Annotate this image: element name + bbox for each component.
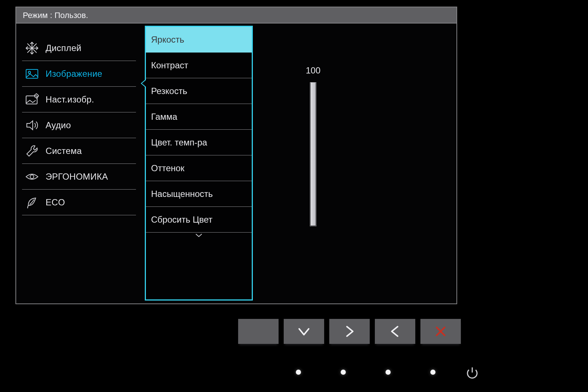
power-icon[interactable]	[465, 365, 480, 380]
chevron-down-icon	[146, 233, 252, 236]
sidebar-item-label: ECO	[46, 197, 65, 208]
blank-button[interactable]	[238, 319, 279, 344]
submenu-panel: Яркость Контраст Резкость Гамма Цвет. те…	[145, 26, 253, 301]
speaker-icon	[24, 118, 40, 133]
sidebar-item-system[interactable]: Система	[22, 138, 136, 164]
submenu-item-sharpness[interactable]: Резкость	[146, 78, 252, 104]
submenu-item-saturation[interactable]: Насыщенность	[146, 181, 252, 207]
close-button[interactable]	[420, 319, 461, 344]
submenu-item-reset[interactable]: Сбросить Цвет	[146, 207, 252, 233]
value-number: 100	[298, 65, 328, 76]
led-indicator	[430, 370, 435, 375]
eye-icon	[24, 169, 40, 184]
svg-rect-4	[26, 69, 38, 78]
submenu-item-gamma[interactable]: Гамма	[146, 104, 252, 130]
svg-point-13	[30, 175, 34, 179]
led-indicator	[386, 370, 391, 375]
value-area: 100	[298, 65, 328, 226]
hw-button-row	[238, 319, 461, 344]
picture-gear-icon	[24, 92, 40, 107]
led-indicator	[296, 370, 301, 375]
submenu-item-colortemp[interactable]: Цвет. темп-ра	[146, 130, 252, 155]
osd-window: Режим : Пользов. Дисплей	[15, 7, 457, 304]
snowflake-icon	[24, 40, 40, 56]
osd-title: Режим : Пользов.	[16, 7, 456, 24]
brightness-slider[interactable]	[310, 82, 316, 226]
submenu-pointer	[141, 79, 146, 88]
svg-marker-12	[27, 121, 33, 130]
sidebar-item-display[interactable]: Дисплей	[22, 35, 136, 61]
osd-body: Дисплей Изображение	[16, 24, 456, 303]
submenu-item-brightness[interactable]: Яркость	[146, 27, 252, 53]
slider-fill	[311, 82, 316, 226]
sidebar-item-label: Система	[46, 146, 82, 156]
right-button[interactable]	[329, 319, 370, 344]
submenu-item-contrast[interactable]: Контраст	[146, 53, 252, 78]
sidebar-item-ergonomics[interactable]: ЭРГОНОМИКА	[22, 164, 136, 190]
sidebar: Дисплей Изображение	[22, 35, 136, 215]
led-indicator	[341, 370, 346, 375]
sidebar-item-label: Дисплей	[46, 43, 82, 53]
sidebar-item-eco[interactable]: ECO	[22, 190, 136, 215]
left-button[interactable]	[375, 319, 415, 344]
sidebar-item-picture[interactable]: Изображение	[22, 61, 136, 87]
submenu-item-hue[interactable]: Оттенок	[146, 155, 252, 181]
wrench-icon	[24, 143, 40, 159]
sidebar-item-audio[interactable]: Аудио	[22, 112, 136, 138]
sidebar-item-label: Изображение	[46, 69, 102, 79]
svg-point-5	[28, 71, 31, 73]
sidebar-item-label: Аудио	[46, 120, 71, 130]
leaf-icon	[24, 195, 40, 210]
sidebar-item-label: Наст.изобр.	[46, 94, 94, 105]
sidebar-item-label: ЭРГОНОМИКА	[46, 172, 108, 182]
bezel-leds	[296, 370, 435, 375]
down-button[interactable]	[284, 319, 324, 344]
sidebar-item-picture-adv[interactable]: Наст.изобр.	[22, 87, 136, 112]
picture-icon	[24, 66, 40, 82]
